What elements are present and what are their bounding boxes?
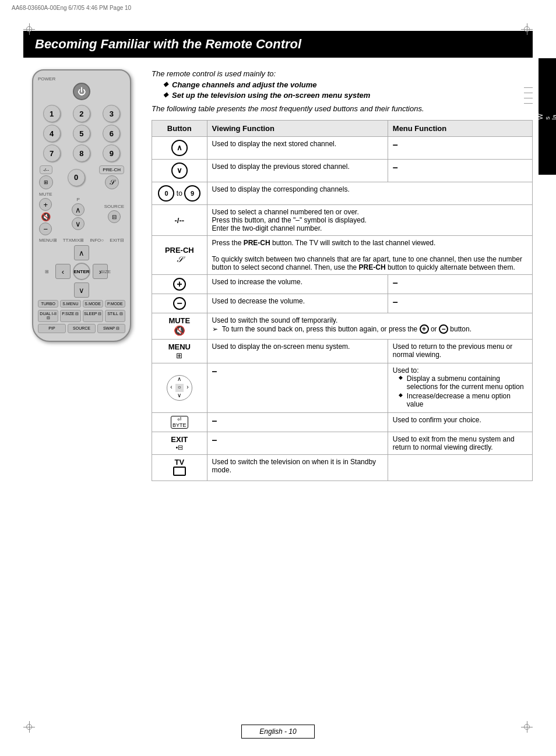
btn-cell-prech: PRE-CH 𝒮 <box>152 236 207 275</box>
btn-dual[interactable]: DUAL I-II ⊟ <box>38 310 58 322</box>
bottom-buttons-row3: PIP SOURCE SWAP ⊟ <box>38 324 125 333</box>
table-row: ∧ Used to display the next stored channe… <box>152 137 533 160</box>
remote-control: POWER ⏻ 1 2 3 4 5 6 7 8 9 <box>32 69 131 342</box>
menu-cell-nav: Used to: Display a submenu containing se… <box>388 363 532 413</box>
col-button: Button <box>152 121 207 137</box>
power-label: POWER <box>38 76 125 82</box>
btn-cell-ch-down: ∨ <box>152 160 207 182</box>
side-tab-text: Wsla <box>537 114 556 119</box>
view-cell-exit: – <box>207 432 388 455</box>
btn-source2[interactable]: SOURCE <box>68 324 96 333</box>
btn-smode[interactable]: S.MODE <box>83 300 103 308</box>
power-button[interactable]: ⏻ <box>73 83 90 100</box>
table-row: MUTE 🔇 Used to switch the sound off temp… <box>152 313 533 340</box>
btn-6[interactable]: 6 <box>103 125 120 142</box>
menu-label: MENU⊞ <box>39 238 57 243</box>
size-label: SIZE <box>100 269 111 274</box>
intro-line2: The following table presents the most fr… <box>152 104 533 113</box>
menu-cell-ch-down: – <box>388 160 532 182</box>
view-cell-vol-down: Used to decrease the volume. <box>207 294 388 313</box>
col-viewing: Viewing Function <box>207 121 388 137</box>
vol-up-icon: + <box>173 278 186 291</box>
menu-cell-menu: Used to return to the previous menu or n… <box>388 340 532 363</box>
menu-cell-tv <box>388 455 532 481</box>
btn-ch-up[interactable]: ∧ <box>72 203 85 216</box>
btn-3[interactable]: 3 <box>103 105 120 122</box>
menu-cell-ch-up: – <box>388 137 532 160</box>
nav-up-btn[interactable]: ∧ <box>74 245 89 260</box>
btn-s[interactable]: 𝒮 <box>105 175 119 189</box>
view-cell-ch-up: Used to display the next stored channel. <box>207 137 388 160</box>
nav-left-btn[interactable]: ‹ <box>55 264 71 279</box>
btn-pip[interactable]: PIP <box>38 324 66 333</box>
nav-sub-item-2: Increase/decrease a menu option value <box>399 392 527 408</box>
btn-cell-menu: MENU ⊞ <box>152 340 207 363</box>
btn-1[interactable]: 1 <box>43 105 61 122</box>
menu-cell-vol-down: – <box>388 294 532 313</box>
function-table: Button Viewing Function Menu Function ∧ … <box>152 120 533 481</box>
table-row: MENU ⊞ Used to display the on-screen men… <box>152 340 533 363</box>
page-title: Becoming Familiar with the Remote Contro… <box>35 37 521 52</box>
btn-9[interactable]: 9 <box>103 144 120 162</box>
btn-5[interactable]: 5 <box>73 125 90 142</box>
exit-label: EXIT⊟ <box>110 238 124 243</box>
btn-vol-up[interactable]: + <box>39 198 52 211</box>
menu-cell-enter: Used to confirm your choice. <box>388 413 532 432</box>
nav-sub-item-1: Display a submenu containing selections … <box>399 375 527 391</box>
dash-label: -/-- <box>175 216 185 225</box>
btn-0[interactable]: 0 <box>68 169 85 186</box>
view-cell-vol-up: Used to increase the volume. <box>207 275 388 294</box>
view-cell-menu: Used to display the on-screen menu syste… <box>207 340 388 363</box>
remote-section: POWER ⏻ 1 2 3 4 5 6 7 8 9 <box>23 69 140 481</box>
view-cell-nav: – <box>207 363 388 413</box>
btn-turbo[interactable]: TURBO <box>38 300 58 308</box>
btn-teletext[interactable]: ⊞ <box>39 175 53 189</box>
intro-bullet-2: Set up the television using the on-scree… <box>163 91 533 100</box>
nav-down-btn[interactable]: ∨ <box>74 282 89 298</box>
table-row: ∨ Used to display the previous stored ch… <box>152 160 533 182</box>
info-label: INFO○ <box>90 238 104 243</box>
side-tab: Wsla <box>539 58 556 175</box>
btn-ch-down[interactable]: ∨ <box>72 217 85 230</box>
enter-btn[interactable]: ENTER <box>73 263 90 280</box>
menu-cell-exit: Used to exit from the menu system and re… <box>388 432 532 455</box>
intro-text: The remote control is used mainly to: Ch… <box>152 69 533 113</box>
tv-icon <box>173 467 186 476</box>
btn-still[interactable]: STILL ⊟ <box>105 310 125 322</box>
bottom-buttons-row1: TURBO S.MENU S.MODE P.MODE <box>38 300 125 308</box>
btn-cell-mute: MUTE 🔇 <box>152 313 207 340</box>
menu-btn-label: MENU <box>168 342 191 351</box>
intro-bullets: Change channels and adjust the volume Se… <box>163 80 533 100</box>
btn-4[interactable]: 4 <box>43 125 61 142</box>
tv-btn-label: TV <box>174 458 184 467</box>
vol-down-icon: − <box>173 297 186 310</box>
main-content: POWER ⏻ 1 2 3 4 5 6 7 8 9 <box>0 58 556 493</box>
table-row: TV Used to switch the television on when… <box>152 455 533 481</box>
btn-psize[interactable]: P.SIZE ⊟ <box>60 310 80 322</box>
btn-swap[interactable]: SWAP ⊟ <box>97 324 125 333</box>
btn-sleep[interactable]: SLEEP ⊟ <box>83 310 103 322</box>
btn-8[interactable]: 8 <box>73 144 90 162</box>
btn-cell-vol-up: + <box>152 275 207 294</box>
btn-pmode[interactable]: P.MODE <box>105 300 125 308</box>
table-row: PRE-CH 𝒮 Press the PRE-CH button. The TV… <box>152 236 533 275</box>
btn-minus-minus[interactable]: -/-- <box>40 165 52 174</box>
btn-cell-dash: -/-- <box>152 205 207 236</box>
view-cell-ch-down: Used to display the previous stored chan… <box>207 160 388 182</box>
page-wrapper: AA68-03660A-00Eng 6/7/05 4:46 PM Page 10… <box>0 0 556 756</box>
prech-label: PRE-CH <box>165 246 194 255</box>
page-footer: English - 10 <box>0 725 556 739</box>
print-header-text: AA68-03660A-00Eng 6/7/05 4:46 PM Page 10 <box>12 5 131 11</box>
btn-prech[interactable]: PRE-CH <box>99 165 124 174</box>
mute-btn-label: MUTE <box>168 316 190 325</box>
description-section: The remote control is used mainly to: Ch… <box>152 69 533 481</box>
view-cell-enter: – <box>207 413 388 432</box>
btn-9-icon: 9 <box>184 185 200 202</box>
table-row: ∧ ‹○› ∨ – Used to: Display a submenu con… <box>152 363 533 413</box>
btn-2[interactable]: 2 <box>73 105 90 122</box>
btn-7[interactable]: 7 <box>43 144 61 162</box>
btn-vol-down[interactable]: − <box>39 222 52 235</box>
btn-smenu[interactable]: S.MENU <box>60 300 80 308</box>
btn-source-top[interactable]: ⊟ <box>108 210 121 223</box>
ch-up-icon: ∧ <box>171 140 188 156</box>
